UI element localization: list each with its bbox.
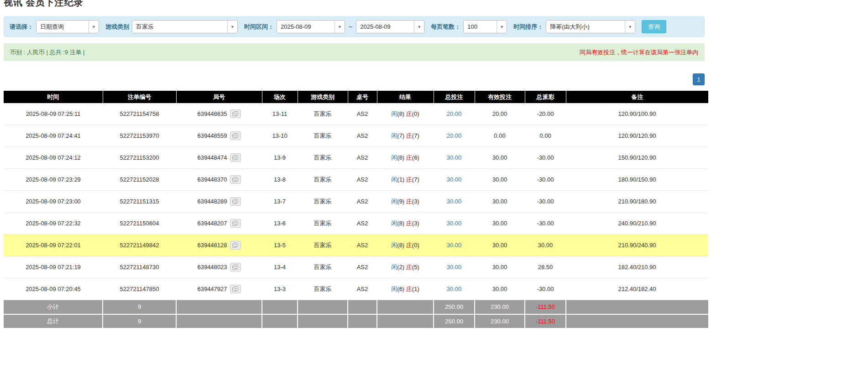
round-replay-icon[interactable] <box>230 109 241 118</box>
chevron-down-icon[interactable]: ▼ <box>89 21 99 33</box>
date-to-select[interactable]: 2025-08-09 ▼ <box>356 20 424 33</box>
table-no-cell: AS2 <box>348 191 377 213</box>
total-bet-link[interactable]: 30.00 <box>447 198 462 205</box>
sort-order-select[interactable]: 降幂(由大到小) ▼ <box>546 20 635 33</box>
filter-bar: 请选择： 日期查询 ▼ 游戏类别 百家乐 ▼ 时间区间： 2025-08-09 … <box>4 16 705 37</box>
round-replay-icon[interactable] <box>230 197 241 206</box>
payout-cell: -30.00 <box>525 278 566 300</box>
per-page-select[interactable]: 100 ▼ <box>463 20 507 33</box>
note-cell: 180.90/150.90 <box>566 169 708 191</box>
total-bet-cell: 30.00 <box>434 256 475 278</box>
game-type-cell: 百家乐 <box>298 147 348 169</box>
total-bet-link[interactable]: 30.00 <box>447 220 462 227</box>
column-header-5: 桌号 <box>348 91 377 103</box>
banker-result-score: (7) <box>412 176 419 183</box>
table-no-cell: AS2 <box>348 213 377 234</box>
column-header-10: 备注 <box>566 91 708 103</box>
round-cell: 639448289 <box>176 191 262 213</box>
player-result-label: 闲 <box>391 154 397 161</box>
query-type-select[interactable]: 日期查询 ▼ <box>36 20 99 33</box>
bet-records-table: 时间注单编号局号场次游戏类别桌号结果总投注有效投注总派彩备注 2025-08-0… <box>4 91 708 329</box>
total-bet-link[interactable]: 30.00 <box>447 176 462 183</box>
round-number: 639448370 <box>197 176 227 183</box>
total-bet-link[interactable]: 20.00 <box>447 110 462 117</box>
game-type-cell: 百家乐 <box>298 213 348 234</box>
chevron-down-icon[interactable]: ▼ <box>414 21 424 33</box>
currency-summary-text: 币别 : 人民币 | 总共 :9 注单 | <box>10 48 85 57</box>
per-page-label: 每页笔数： <box>431 23 460 31</box>
round-cell: 639448474 <box>176 147 262 169</box>
session-cell: 13-11 <box>262 103 298 125</box>
round-cell: 639448635 <box>176 103 262 125</box>
round-replay-icon[interactable] <box>230 263 241 271</box>
note-cell: 210.90/240.90 <box>566 234 708 256</box>
round-replay-icon[interactable] <box>230 285 241 293</box>
round-cell: 639448370 <box>176 169 262 191</box>
chevron-down-icon[interactable]: ▼ <box>227 21 237 33</box>
table-row: 2025-08-09 07:25:11522721154758639448635… <box>4 103 708 125</box>
column-header-2: 局号 <box>176 91 262 103</box>
summary-empty <box>377 314 434 328</box>
session-cell: 13-10 <box>262 125 298 147</box>
total-bet-link[interactable]: 20.00 <box>447 132 462 139</box>
session-cell: 13-4 <box>262 256 298 278</box>
banker-result-label: 庄 <box>406 198 412 205</box>
banker-result-score: (0) <box>412 110 419 117</box>
session-cell: 13-9 <box>262 147 298 169</box>
banker-result-label: 庄 <box>406 132 412 139</box>
table-no-cell: AS2 <box>348 103 377 125</box>
payout-cell: 0.00 <box>525 125 566 147</box>
table-row: 2025-08-09 07:22:32522721150604639448207… <box>4 213 708 234</box>
total-bet-cell: 30.00 <box>434 213 475 234</box>
total-bet-link[interactable]: 30.00 <box>447 242 462 249</box>
banker-result-score: (1) <box>412 286 419 292</box>
summary-valid-bet: 230.00 <box>475 300 525 314</box>
player-result-score: (8) <box>397 154 406 161</box>
session-cell: 13-8 <box>262 169 298 191</box>
info-bar: 币别 : 人民币 | 总共 :9 注单 | 同局有效投注，统一计算在该局第一张注… <box>4 43 705 61</box>
round-replay-icon[interactable] <box>230 219 241 228</box>
bet-id-cell: 522721149842 <box>103 234 176 256</box>
round-replay-icon[interactable] <box>230 153 241 162</box>
date-from-select[interactable]: 2025-08-09 ▼ <box>277 20 345 33</box>
summary-empty <box>176 300 262 314</box>
chevron-down-icon[interactable]: ▼ <box>625 21 635 33</box>
total-bet-link[interactable]: 30.00 <box>447 154 462 161</box>
session-cell: 13-6 <box>262 213 298 234</box>
player-result-label: 闲 <box>391 264 397 271</box>
query-type-value: 日期查询 <box>37 23 68 31</box>
banker-result-label: 庄 <box>406 286 412 292</box>
summary-empty <box>377 300 434 314</box>
per-page-value: 100 <box>464 23 481 30</box>
time-cell: 2025-08-09 07:24:41 <box>4 125 103 147</box>
player-result-score: (7) <box>397 132 406 139</box>
bet-id-cell: 522721151315 <box>103 191 176 213</box>
chevron-down-icon[interactable]: ▼ <box>497 21 507 33</box>
time-cell: 2025-08-09 07:24:12 <box>4 147 103 169</box>
bet-id-cell: 522721148730 <box>103 256 176 278</box>
time-cell: 2025-08-09 07:22:32 <box>4 213 103 234</box>
total-bet-link[interactable]: 30.00 <box>447 264 462 271</box>
round-cell-content: 639448559 <box>197 131 241 140</box>
payout-cell: -30.00 <box>525 147 566 169</box>
round-replay-icon[interactable] <box>230 175 241 184</box>
page-button-1[interactable]: 1 <box>693 73 705 85</box>
banker-result-label: 庄 <box>406 220 412 227</box>
total-bet-cell: 30.00 <box>434 147 475 169</box>
banker-result-label: 庄 <box>406 110 412 117</box>
note-cell: 150.90/120.90 <box>566 147 708 169</box>
round-replay-icon[interactable] <box>230 241 241 250</box>
game-type-select[interactable]: 百家乐 ▼ <box>132 20 238 33</box>
summary-total-bet: 250.00 <box>434 314 475 328</box>
total-bet-link[interactable]: 30.00 <box>447 286 462 292</box>
round-cell-content: 639448370 <box>197 175 241 184</box>
chevron-down-icon[interactable]: ▼ <box>335 21 345 33</box>
table-row: 2025-08-09 07:22:01522721149842639448128… <box>4 234 708 256</box>
result-cell: 闲(9) 庄(3) <box>377 191 434 213</box>
time-cell: 2025-08-09 07:25:11 <box>4 103 103 125</box>
query-button[interactable]: 查询 <box>642 20 666 33</box>
valid-bet-cell: 30.00 <box>475 147 525 169</box>
round-replay-icon[interactable] <box>230 131 241 140</box>
sort-order-label: 时间排序： <box>513 23 543 31</box>
game-type-cell: 百家乐 <box>298 103 348 125</box>
